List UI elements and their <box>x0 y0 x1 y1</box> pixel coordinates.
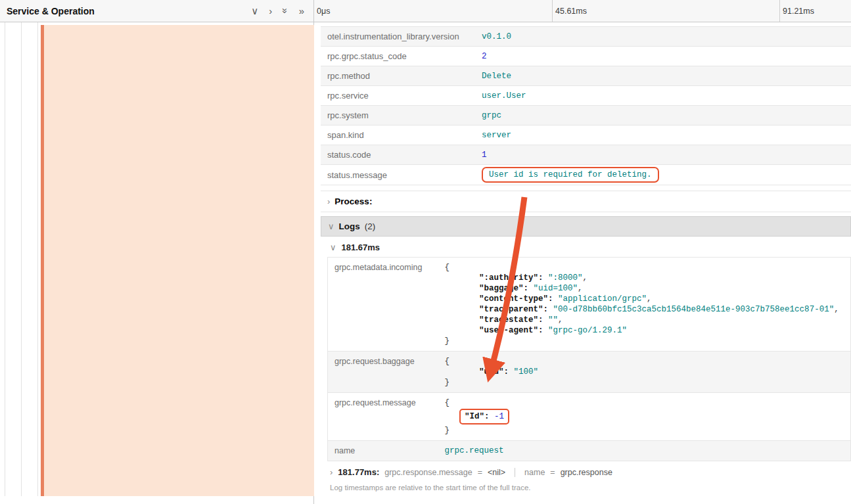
log-summary-value: <nil> <box>488 468 505 477</box>
annotation-box: "Id": -1 <box>459 409 509 424</box>
tag-key: span.kind <box>321 126 475 145</box>
tag-value-text: 2 <box>482 52 487 61</box>
tag-value: 1 <box>475 145 851 165</box>
json-line: { <box>445 398 844 408</box>
collapse-all-icon[interactable]: » <box>281 8 290 13</box>
log-fields-table-body: grpc.metadata.incoming{ ":authority": ":… <box>328 258 851 461</box>
tag-row: status.messageUser id is required for de… <box>321 165 851 185</box>
tag-value-text: server <box>482 131 511 140</box>
span-tags-table-body: otel.instrumentation_library.versionv0.1… <box>321 27 851 185</box>
json-line: "baggage": "uid=100", <box>445 283 844 294</box>
tag-row: otel.instrumentation_library.versionv0.1… <box>321 27 851 47</box>
tag-value: Delete <box>475 66 851 86</box>
timeline-ruler: 0μs 45.61ms 91.21ms <box>314 0 851 22</box>
collapse-one-icon[interactable]: ∨ <box>251 6 258 16</box>
timeline-header-bar: Service & Operation ∨ › » » 0μs 45.61ms … <box>0 0 851 22</box>
json-line: } <box>445 425 844 436</box>
json-line: } <box>445 377 844 388</box>
tag-row: status.code1 <box>321 145 851 165</box>
ruler-tick-line-2 <box>779 0 780 22</box>
expand-one-icon[interactable]: › <box>269 6 272 16</box>
json-line: "traceparent": "00-d78bb60bfc15c3ca5cb15… <box>445 304 844 315</box>
ruler-tick-0: 0μs <box>317 0 330 22</box>
expand-all-icon[interactable]: » <box>299 6 304 16</box>
tree-guide-line <box>5 22 5 496</box>
tag-row: rpc.systemgrpc <box>321 106 851 126</box>
tag-key: status.message <box>321 165 475 185</box>
log-field-row: grpc.request.baggage{ "uid": "100"} <box>328 352 851 393</box>
log-summary-key: grpc.response.message <box>384 468 472 477</box>
log-field-key: grpc.request.message <box>328 393 438 441</box>
tag-value: User id is required for deleting. <box>475 165 851 185</box>
json-line: "user-agent": "grpc-go/1.29.1" <box>445 325 844 336</box>
tree-guide-line <box>37 22 38 496</box>
tag-key: otel.instrumentation_library.version <box>321 27 475 47</box>
tag-key: rpc.service <box>321 86 475 106</box>
tag-key: rpc.method <box>321 66 475 86</box>
logs-accordion-header[interactable]: ∨ Logs (2) <box>321 216 851 237</box>
log-entry-header-open[interactable]: ∨ 181.67ms <box>327 237 851 257</box>
log-entry-timestamp: 181.67ms <box>342 242 380 252</box>
logs-count: (2) <box>365 221 376 231</box>
tag-value: user.User <box>475 86 851 106</box>
log-summary-equals: = <box>550 468 555 477</box>
tag-row: span.kindserver <box>321 126 851 145</box>
timeline-body: otel.instrumentation_library.versionv0.1… <box>0 22 851 504</box>
logs-footer-note: Log timestamps are relative to the start… <box>330 484 851 497</box>
tag-value: v0.1.0 <box>475 27 851 47</box>
log-field-key: grpc.request.baggage <box>328 352 438 393</box>
tag-value-text: grpc <box>482 111 501 120</box>
tag-value: grpc <box>475 106 851 126</box>
tag-row: rpc.methodDelete <box>321 66 851 86</box>
log-field-row: grpc.metadata.incoming{ ":authority": ":… <box>328 258 851 352</box>
log-field-key: name <box>328 441 438 461</box>
timeline-collapse-controls: ∨ › » » <box>251 6 304 16</box>
tag-value: server <box>475 126 851 145</box>
log-summary-value: grpc.response <box>561 468 612 477</box>
tag-key: rpc.grpc.status_code <box>321 47 475 66</box>
tag-value-text: Delete <box>482 72 511 81</box>
logs-title: Logs <box>339 221 360 231</box>
log-field-row: grpc.request.message{ "Id": -1} <box>328 393 851 441</box>
trace-timeline-view: Service & Operation ∨ › » » 0μs 45.61ms … <box>0 0 851 504</box>
logs-content: ∨ 181.67ms grpc.metadata.incoming{ ":aut… <box>321 237 851 497</box>
log-field-value: { "uid": "100"} <box>438 352 851 393</box>
json-line: "content-type": "application/grpc", <box>445 294 844 304</box>
tag-key: status.code <box>321 145 475 165</box>
summary-divider <box>515 468 515 477</box>
process-accordion[interactable]: › Process: <box>321 191 851 212</box>
annotated-tag-value: User id is required for deleting. <box>482 167 659 183</box>
tag-value-text: v0.1.0 <box>482 32 511 41</box>
log-fields-table: grpc.metadata.incoming{ ":authority": ":… <box>327 257 851 461</box>
ruler-tick-1: 45.61ms <box>555 0 587 22</box>
json-line: ":authority": ":8000", <box>445 273 844 283</box>
tag-row: rpc.grpc.status_code2 <box>321 47 851 66</box>
log-entry-timestamp: 181.77ms: <box>338 467 379 477</box>
log-field-value: grpc.request <box>438 441 851 461</box>
selected-span-highlight[interactable] <box>41 25 314 496</box>
span-detail-panel: otel.instrumentation_library.versionv0.1… <box>314 22 851 504</box>
log-field-value: { ":authority": ":8000", "baggage": "uid… <box>438 258 851 352</box>
tag-value-text: 1 <box>482 150 487 160</box>
service-operation-title: Service & Operation <box>7 6 95 16</box>
chevron-down-icon: ∨ <box>328 222 334 231</box>
tag-key: rpc.system <box>321 106 475 126</box>
json-line: } <box>445 336 844 346</box>
json-line: { <box>445 356 844 367</box>
json-line: "uid": "100" <box>445 367 844 377</box>
log-summary-key: name <box>524 468 545 477</box>
ruler-tick-line-1 <box>552 0 553 22</box>
tag-row: rpc.serviceuser.User <box>321 86 851 106</box>
span-tree-panel <box>0 22 314 504</box>
log-field-key: grpc.metadata.incoming <box>328 258 438 352</box>
json-line: grpc.request <box>445 446 844 456</box>
process-label: Process: <box>334 196 372 206</box>
tree-guide-line <box>21 22 22 496</box>
tag-value-text: user.User <box>482 91 526 101</box>
chevron-right-icon: › <box>330 468 333 476</box>
log-entry-header-collapsed[interactable]: › 181.77ms: grpc.response.message = <nil… <box>330 467 851 477</box>
chevron-right-icon: › <box>327 197 330 206</box>
logs-section: ∨ Logs (2) ∨ 181.67ms grpc.metadata.inco… <box>321 216 851 497</box>
service-operation-header: Service & Operation ∨ › » » <box>0 0 314 22</box>
json-line: { <box>445 262 844 273</box>
